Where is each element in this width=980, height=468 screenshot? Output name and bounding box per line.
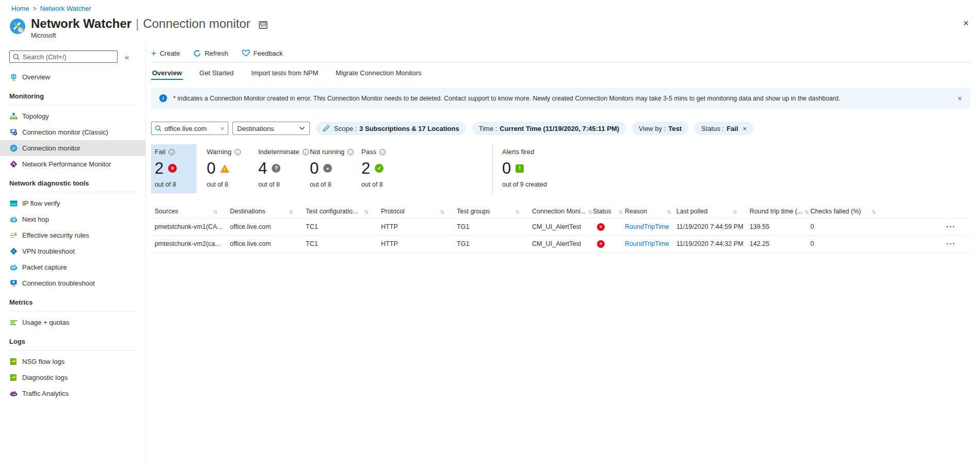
- refresh-button[interactable]: Refresh: [193, 49, 228, 57]
- sort-icon[interactable]: ↑↓: [733, 208, 737, 214]
- column-header-status[interactable]: Status↑↓: [593, 208, 625, 215]
- sidebar-item-usage-quotas[interactable]: Usage + quotas: [9, 314, 145, 330]
- tab-import-tests-from-npm[interactable]: Import tests from NPM: [250, 65, 319, 82]
- column-header-protocol[interactable]: Protocol↑↓: [381, 208, 457, 215]
- pass-card[interactable]: Passi 2✓ out of 8: [358, 144, 409, 193]
- sidebar-item-effective-security-rules[interactable]: Effective security rules: [9, 227, 145, 243]
- table-row[interactable]: pmtestchunk-vm2(ca... office.live.com TC…: [151, 236, 970, 253]
- sidebar-item-traffic-analytics[interactable]: Traffic Analytics: [9, 386, 145, 402]
- column-header-test-groups[interactable]: Test groups↑↓: [457, 208, 532, 215]
- sidebar-item-connection-troubleshoot[interactable]: Connection troubleshoot: [9, 275, 145, 291]
- sidebar-search-input[interactable]: [23, 53, 110, 61]
- indeterminate-card[interactable]: Indeterminatei 4? out of 8: [255, 144, 306, 193]
- sidebar-item-label: Diagnostic logs: [22, 374, 68, 381]
- filter-bar: × Destinations Scope : 3 Subscriptions &…: [151, 122, 970, 135]
- sort-icon[interactable]: ↑↓: [516, 208, 519, 214]
- sort-icon[interactable]: ↑↓: [805, 208, 808, 214]
- sidebar-item-label: Next hop: [22, 215, 49, 223]
- sidebar-item-next-hop[interactable]: Next hop: [9, 211, 145, 227]
- connection-monitor-icon: [9, 144, 18, 153]
- sidebar-item-connection-monitor[interactable]: Connection monitor: [0, 140, 146, 156]
- table-row[interactable]: pmetstchunk-vm1(CA... office.live.com TC…: [151, 219, 970, 236]
- breadcrumb-current-link[interactable]: Network Watcher: [40, 5, 91, 12]
- sidebar-item-network-performance-monitor[interactable]: Network Performance Monitor: [9, 156, 145, 172]
- sort-icon[interactable]: ↑↓: [619, 208, 622, 214]
- next-hop-icon: [9, 215, 18, 224]
- clear-search-icon[interactable]: ×: [220, 125, 224, 132]
- connection-troubleshoot-icon: [9, 279, 18, 288]
- sidebar-item-vpn-troubleshoot[interactable]: VPN troubleshoot: [9, 243, 145, 259]
- not-running-card-subtext: out of 8: [310, 181, 358, 188]
- reason-link[interactable]: RoundTripTime: [625, 240, 669, 247]
- sidebar-section-network-diagnostic-tools: Network diagnostic tools: [9, 179, 145, 191]
- column-header-test-configuration[interactable]: Test configuratio...↑↓: [306, 208, 381, 215]
- fail-card[interactable]: Faili 2× out of 8: [151, 144, 196, 193]
- filter-search-box[interactable]: ×: [151, 122, 228, 135]
- filter-search-input[interactable]: [164, 125, 216, 132]
- cell-destinations: office.live.com: [230, 240, 306, 247]
- sidebar-item-overview[interactable]: Overview: [9, 69, 145, 85]
- cell-round-trip-time: 139.55: [750, 223, 810, 230]
- cell-connection-monitor: CM_UI_AlertTest: [532, 240, 593, 247]
- sort-icon[interactable]: ↑↓: [667, 208, 671, 214]
- sidebar-item-diagnostic-logs[interactable]: Diagnostic logs: [9, 370, 145, 386]
- sort-icon[interactable]: ↑↓: [289, 208, 293, 214]
- row-menu-icon[interactable]: ···: [880, 223, 970, 231]
- banner-close-icon[interactable]: ×: [952, 94, 962, 103]
- breadcrumb-home-link[interactable]: Home: [11, 5, 29, 12]
- sort-icon[interactable]: ↑↓: [440, 208, 444, 214]
- warning-card[interactable]: Warningi 0! out of 8: [203, 144, 255, 193]
- info-icon[interactable]: i: [347, 149, 354, 155]
- error-status-icon: ×: [597, 223, 605, 231]
- sidebar-item-topology[interactable]: Topology: [9, 108, 145, 124]
- column-header-reason[interactable]: Reason↑↓: [625, 208, 676, 215]
- sort-icon[interactable]: ↑↓: [588, 208, 591, 214]
- sidebar-item-ip-flow-verify[interactable]: IP flow verify: [9, 195, 145, 211]
- info-icon[interactable]: i: [379, 149, 386, 155]
- sidebar-search-box[interactable]: [9, 51, 118, 63]
- alerts-fired-card[interactable]: Alerts fired 0! out of 9 created: [492, 144, 544, 193]
- sidebar-item-connection-monitor-classic[interactable]: Connection monitor (Classic): [9, 124, 145, 140]
- search-icon: [13, 54, 20, 60]
- sidebar-item-nsg-flow-logs[interactable]: NSG flow logs: [9, 354, 145, 370]
- cell-sources: pmetstchunk-vm1(CA...: [151, 223, 230, 230]
- refresh-button-label: Refresh: [205, 49, 228, 57]
- cell-test-groups: TG1: [457, 223, 532, 230]
- create-button[interactable]: + Create: [151, 49, 180, 58]
- close-icon[interactable]: ×: [963, 19, 969, 28]
- scope-filter-pill[interactable]: Scope : 3 Subscriptions & 17 Locations: [316, 122, 466, 135]
- column-header-checks-failed[interactable]: Checks failed (%)↑↓: [810, 208, 880, 215]
- info-icon[interactable]: i: [235, 149, 241, 155]
- print-icon[interactable]: [259, 21, 268, 29]
- column-header-connection-monitor[interactable]: Connection Moni...↑↓: [532, 208, 593, 215]
- not-running-card[interactable]: Not runningi 0■ out of 8: [306, 144, 358, 193]
- cell-protocol: HTTP: [381, 223, 457, 230]
- row-menu-icon[interactable]: ···: [880, 240, 970, 248]
- column-header-round-trip-time[interactable]: Round trip time (...↑↓: [750, 208, 810, 215]
- tab-get-started[interactable]: Get Started: [198, 65, 235, 82]
- sort-icon[interactable]: ↑↓: [872, 208, 875, 214]
- status-filter-remove-icon[interactable]: ×: [743, 125, 747, 132]
- view-by-filter-pill[interactable]: View by : Test: [632, 122, 688, 135]
- sort-icon[interactable]: ↑↓: [364, 208, 368, 214]
- command-bar: + Create Refresh Feedback: [151, 44, 970, 62]
- sidebar-item-packet-capture[interactable]: Packet capture: [9, 259, 145, 275]
- column-header-destinations[interactable]: Destinations↑↓: [230, 208, 306, 215]
- time-filter-pill[interactable]: Time : Current Time (11/19/2020, 7:45:11…: [472, 122, 626, 135]
- sidebar-item-label: Traffic Analytics: [22, 390, 69, 397]
- tab-migrate-connection-monitors[interactable]: Migrate Connection Monitors: [335, 65, 422, 82]
- destinations-dropdown[interactable]: Destinations: [232, 122, 310, 135]
- status-filter-pill[interactable]: Status : Fail ×: [694, 122, 753, 135]
- reason-link[interactable]: RoundTripTime: [625, 223, 669, 230]
- column-header-last-polled[interactable]: Last polled↑↓: [676, 208, 750, 215]
- sidebar-item-label: Effective security rules: [22, 231, 89, 239]
- info-icon[interactable]: i: [169, 149, 175, 155]
- tab-overview[interactable]: Overview: [151, 65, 183, 82]
- column-header-sources[interactable]: Sources↑↓: [151, 208, 230, 215]
- feedback-button[interactable]: Feedback: [242, 49, 283, 57]
- collapse-sidebar-icon[interactable]: «: [125, 53, 129, 61]
- alerts-fired-subtext: out of 9 created: [502, 181, 544, 188]
- fail-card-label: Fail: [155, 148, 165, 156]
- sort-icon[interactable]: ↑↓: [213, 208, 217, 214]
- connection-monitor-page: Home>Network Watcher Network Watcher | C…: [0, 0, 980, 468]
